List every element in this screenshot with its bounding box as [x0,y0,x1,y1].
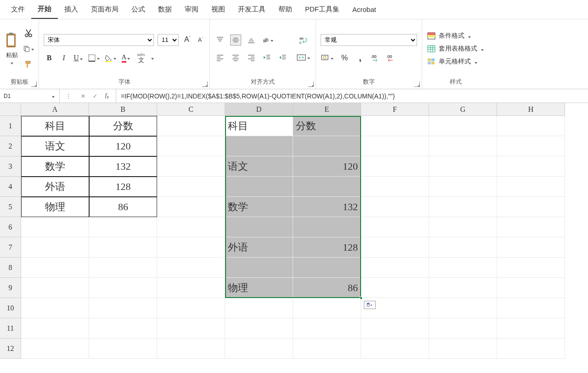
copy-button[interactable] [23,43,34,54]
cell-C11[interactable] [157,318,225,339]
align-right-button[interactable] [246,52,257,63]
cell-B12[interactable] [89,339,157,359]
cell-B11[interactable] [89,318,157,339]
cancel-formula-button[interactable]: ✕ [79,93,87,99]
cell-D2[interactable] [225,136,293,156]
cell-C10[interactable] [157,298,225,318]
cell-D7[interactable]: 外语 [225,237,293,258]
cell-F7[interactable] [361,237,429,258]
alignment-launcher[interactable] [308,81,314,87]
underline-button[interactable]: U [73,52,84,63]
cell-D6[interactable] [225,217,293,237]
cell-H10[interactable] [497,298,565,318]
cell-B5[interactable]: 86 [89,197,157,217]
select-all-corner[interactable] [0,103,21,116]
decrease-font-button[interactable]: Aˇ [196,36,205,43]
font-name-select[interactable]: 宋体 [44,34,154,46]
merge-button[interactable] [296,52,311,63]
cell-F4[interactable] [361,177,429,197]
menu-review[interactable]: 审阅 [178,0,205,18]
menu-view[interactable]: 视图 [205,0,232,18]
cell-E12[interactable] [293,339,361,359]
row-header-4[interactable]: 4 [0,177,21,197]
menu-home[interactable]: 开始 [31,0,58,19]
cell-D4[interactable] [225,177,293,197]
number-launcher[interactable] [414,81,420,87]
comma-button[interactable]: , [355,52,366,63]
cell-E1[interactable]: 分数 [293,116,361,136]
paste-button[interactable]: 粘贴 [5,32,19,66]
cell-F6[interactable] [361,217,429,237]
cell-D5[interactable]: 数学 [225,197,293,217]
cell-B4[interactable]: 128 [89,177,157,197]
cell-A1[interactable]: 科目 [21,116,89,136]
cell-B2[interactable]: 120 [89,136,157,156]
row-header-1[interactable]: 1 [0,116,21,136]
row-header-11[interactable]: 11 [0,318,21,339]
cut-button[interactable] [23,28,34,39]
row-header-2[interactable]: 2 [0,136,21,156]
italic-button[interactable]: I [58,52,69,63]
cell-H7[interactable] [497,237,565,258]
border-button[interactable] [88,52,101,63]
cell-C1[interactable] [157,116,225,136]
cell-E4[interactable] [293,177,361,197]
cell-F3[interactable] [361,156,429,177]
row-header-6[interactable]: 6 [0,217,21,237]
column-header-B[interactable]: B [89,103,157,116]
align-bottom-button[interactable] [246,34,257,46]
formula-menu-button[interactable]: ⋮ [64,93,73,99]
cell-styles-button[interactable]: 单元格样式 [427,57,485,66]
number-format-select[interactable]: 常规 [321,34,417,46]
cell-C5[interactable] [157,197,225,217]
cell-C3[interactable] [157,156,225,177]
cell-A6[interactable] [21,217,89,237]
cell-E2[interactable] [293,136,361,156]
cell-C9[interactable] [157,278,225,298]
cell-D10[interactable] [225,298,293,318]
cell-A12[interactable] [21,339,89,359]
cell-F11[interactable] [361,318,429,339]
cell-A4[interactable]: 外语 [21,177,89,197]
cell-A3[interactable]: 数学 [21,156,89,177]
cell-F2[interactable] [361,136,429,156]
cell-F1[interactable] [361,116,429,136]
font-launcher[interactable] [202,81,208,87]
accounting-format-button[interactable] [321,52,334,63]
menu-formulas[interactable]: 公式 [125,0,152,18]
percent-button[interactable]: % [339,52,350,63]
menu-developer[interactable]: 开发工具 [232,0,272,18]
formula-input[interactable]: =IF(MOD(ROW(),2)=1,INDEX($A$1:$B$5,ROW(A… [116,89,588,103]
cell-A2[interactable]: 语文 [21,136,89,156]
cell-G9[interactable] [429,278,497,298]
row-header-7[interactable]: 7 [0,237,21,258]
font-color-button[interactable]: A [121,52,132,63]
cell-A11[interactable] [21,318,89,339]
column-header-C[interactable]: C [157,103,225,116]
menu-acrobat[interactable]: Acrobat [346,1,383,18]
cell-B6[interactable] [89,217,157,237]
row-header-3[interactable]: 3 [0,156,21,177]
cell-G2[interactable] [429,136,497,156]
menu-help[interactable]: 帮助 [272,0,299,18]
cell-C7[interactable] [157,237,225,258]
column-header-H[interactable]: H [497,103,565,116]
conditional-format-button[interactable]: 条件格式 [427,32,485,40]
cell-H9[interactable] [497,278,565,298]
grid-body[interactable]: 科目分数科目分数语文120数学132语文120外语128物理86数学132外语1… [21,116,565,359]
autofill-options-button[interactable]: + [364,301,376,309]
cell-G6[interactable] [429,217,497,237]
cell-H3[interactable] [497,156,565,177]
table-format-button[interactable]: 套用表格格式 [427,45,485,53]
cell-F8[interactable] [361,258,429,278]
cell-H12[interactable] [497,339,565,359]
column-header-G[interactable]: G [429,103,497,116]
cell-G5[interactable] [429,197,497,217]
row-header-5[interactable]: 5 [0,197,21,217]
decrease-indent-button[interactable] [261,52,272,63]
cell-G7[interactable] [429,237,497,258]
menu-pdftools[interactable]: PDF工具集 [299,0,346,18]
cell-E6[interactable] [293,217,361,237]
cell-D9[interactable]: 物理 [225,278,293,298]
cell-F12[interactable] [361,339,429,359]
